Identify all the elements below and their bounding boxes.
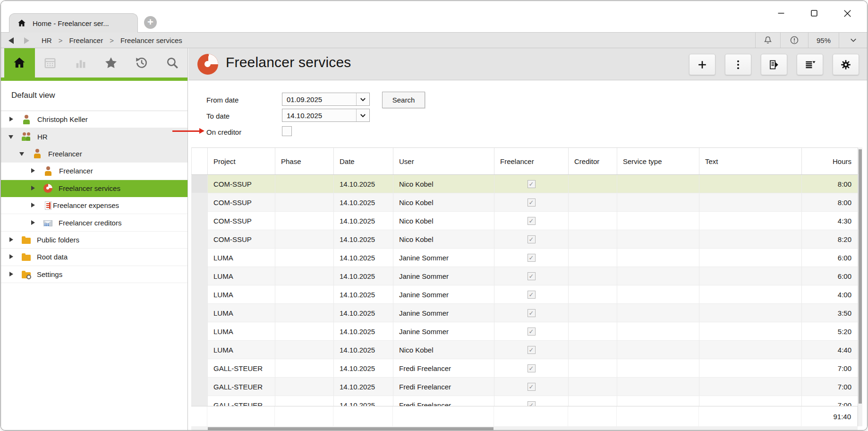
- tree-item-freelancer-expenses[interactable]: Freelancer expenses: [1, 197, 187, 214]
- toolbar-view-menu-button[interactable]: [797, 54, 823, 75]
- toolbar-expand-button[interactable]: [839, 33, 867, 48]
- freelancer-checkbox[interactable]: [528, 217, 536, 225]
- tree-item-root-data[interactable]: Root data: [1, 249, 187, 266]
- freelancer-checkbox[interactable]: [528, 383, 536, 391]
- tree-item-freelancer[interactable]: Freelancer: [1, 163, 187, 180]
- nav-forward-button[interactable]: [22, 37, 31, 44]
- new-tab-button[interactable]: +: [144, 16, 157, 29]
- toolbar-report-button[interactable]: [761, 54, 787, 75]
- freelancer-checkbox[interactable]: [528, 235, 536, 243]
- chevron-right-icon[interactable]: [30, 202, 36, 208]
- row-selector[interactable]: [192, 396, 208, 406]
- sidebar-tab-history[interactable]: [127, 48, 157, 78]
- row-selector[interactable]: [192, 249, 208, 267]
- vertical-scrollbar[interactable]: [858, 147, 862, 426]
- chevron-right-icon[interactable]: [9, 254, 15, 260]
- table-row[interactable]: GALL-STEUER14.10.2025Fredi Freelancer7:0…: [192, 378, 858, 396]
- freelancer-checkbox[interactable]: [528, 401, 536, 406]
- row-selector[interactable]: [192, 341, 208, 359]
- from-date-dropdown-button[interactable]: [356, 93, 369, 105]
- chevron-right-icon[interactable]: [30, 168, 36, 174]
- toolbar-settings-button[interactable]: [833, 54, 859, 75]
- sidebar-tab-home[interactable]: [4, 48, 35, 78]
- breadcrumb-item-freelancer-services[interactable]: Freelancer services: [120, 36, 182, 44]
- maximize-button[interactable]: [805, 5, 824, 22]
- row-selector[interactable]: [192, 175, 208, 193]
- nav-back-button[interactable]: [7, 37, 16, 44]
- breadcrumb-item-hr[interactable]: HR: [42, 36, 52, 44]
- row-selector[interactable]: [192, 212, 208, 230]
- freelancer-checkbox[interactable]: [528, 198, 536, 207]
- chevron-right-icon[interactable]: [9, 116, 15, 122]
- tree-item-freelancer-creditors[interactable]: Freelancer creditors: [1, 214, 187, 231]
- row-selector[interactable]: [192, 267, 208, 285]
- freelancer-checkbox[interactable]: [528, 180, 536, 188]
- row-selector[interactable]: [192, 285, 208, 303]
- on-creditor-checkbox[interactable]: [282, 126, 292, 136]
- table-row[interactable]: GALL-STEUER14.10.2025Fredi Freelancer7:0…: [192, 359, 858, 378]
- tree-item-freelancer[interactable]: Freelancer: [1, 146, 187, 163]
- freelancer-checkbox[interactable]: [528, 291, 536, 299]
- row-selector[interactable]: [192, 304, 208, 322]
- alerts-button[interactable]: [781, 33, 808, 48]
- to-date-input[interactable]: 14.10.2025: [282, 109, 370, 122]
- column-header-service-type[interactable]: Service type: [617, 148, 699, 174]
- breadcrumb-item-freelancer[interactable]: Freelancer: [69, 36, 103, 44]
- minimize-button[interactable]: [772, 5, 791, 22]
- zoom-level[interactable]: 95%: [808, 33, 839, 48]
- table-row[interactable]: LUMA14.10.2025Nico Kobel4:40: [192, 341, 858, 359]
- tree-item-freelancer-services[interactable]: Freelancer services: [1, 180, 187, 197]
- from-date-input[interactable]: 01.09.2025: [282, 93, 370, 106]
- row-selector[interactable]: [192, 322, 208, 340]
- table-row[interactable]: COM-SSUP14.10.2025Nico Kobel8:20: [192, 230, 858, 249]
- row-selector[interactable]: [192, 230, 208, 248]
- tree-item-christoph-keller[interactable]: Christoph Keller: [1, 111, 187, 128]
- notifications-button[interactable]: [756, 33, 780, 48]
- column-header-text[interactable]: Text: [699, 148, 802, 174]
- column-header-creditor[interactable]: Creditor: [569, 148, 617, 174]
- freelancer-checkbox[interactable]: [528, 254, 536, 262]
- chevron-down-icon[interactable]: [19, 151, 26, 157]
- horizontal-scrollbar[interactable]: [191, 426, 858, 431]
- tab-home-freelancer-services[interactable]: Home - Freelancer ser...: [9, 13, 138, 33]
- sidebar-tab-bar-chart[interactable]: [65, 48, 96, 78]
- sidebar-tab-calendar[interactable]: [35, 48, 66, 78]
- freelancer-checkbox[interactable]: [528, 346, 536, 354]
- horizontal-scrollbar-thumb[interactable]: [208, 427, 494, 431]
- column-header-hours[interactable]: Hours: [802, 148, 858, 174]
- table-row[interactable]: COM-SSUP14.10.2025Nico Kobel8:00: [192, 193, 858, 212]
- row-selector[interactable]: [192, 193, 208, 211]
- toolbar-add-button[interactable]: [689, 54, 715, 75]
- table-row[interactable]: GALL-STEUER14.10.2025Fredi Freelancer7:0…: [192, 396, 858, 406]
- tree-item-public-folders[interactable]: Public folders: [1, 232, 187, 249]
- sidebar-tab-search[interactable]: [157, 48, 187, 78]
- column-header-user[interactable]: User: [393, 148, 494, 174]
- column-header-freelancer[interactable]: Freelancer: [494, 148, 569, 174]
- close-button[interactable]: [838, 5, 857, 22]
- column-header-phase[interactable]: Phase: [275, 148, 334, 174]
- toolbar-more-button[interactable]: [725, 54, 751, 75]
- column-header-date[interactable]: Date: [334, 148, 393, 174]
- tree-item-hr[interactable]: HR: [1, 128, 187, 145]
- table-row[interactable]: COM-SSUP14.10.2025Nico Kobel4:30: [192, 212, 858, 230]
- table-row[interactable]: LUMA14.10.2025Janine Sommer5:20: [192, 322, 858, 341]
- column-header-project[interactable]: Project: [208, 148, 275, 174]
- chevron-right-icon[interactable]: [9, 271, 15, 277]
- table-row[interactable]: LUMA14.10.2025Janine Sommer6:00: [192, 249, 858, 267]
- to-date-dropdown-button[interactable]: [356, 109, 369, 121]
- chevron-right-icon[interactable]: [9, 237, 15, 243]
- chevron-down-icon[interactable]: [9, 134, 15, 140]
- tree-item-settings[interactable]: Settings: [1, 266, 187, 283]
- freelancer-checkbox[interactable]: [528, 309, 536, 317]
- row-selector[interactable]: [192, 378, 208, 396]
- chevron-right-icon[interactable]: [30, 185, 36, 191]
- row-selector[interactable]: [192, 359, 208, 377]
- freelancer-checkbox[interactable]: [528, 272, 536, 280]
- freelancer-checkbox[interactable]: [528, 328, 536, 336]
- freelancer-checkbox[interactable]: [528, 364, 536, 372]
- table-row[interactable]: LUMA14.10.2025Janine Sommer4:00: [192, 285, 858, 304]
- table-row[interactable]: LUMA14.10.2025Janine Sommer6:00: [192, 267, 858, 285]
- table-row[interactable]: COM-SSUP14.10.2025Nico Kobel8:00: [192, 175, 858, 193]
- table-row[interactable]: LUMA14.10.2025Janine Sommer3:50: [192, 304, 858, 322]
- chevron-right-icon[interactable]: [30, 220, 36, 226]
